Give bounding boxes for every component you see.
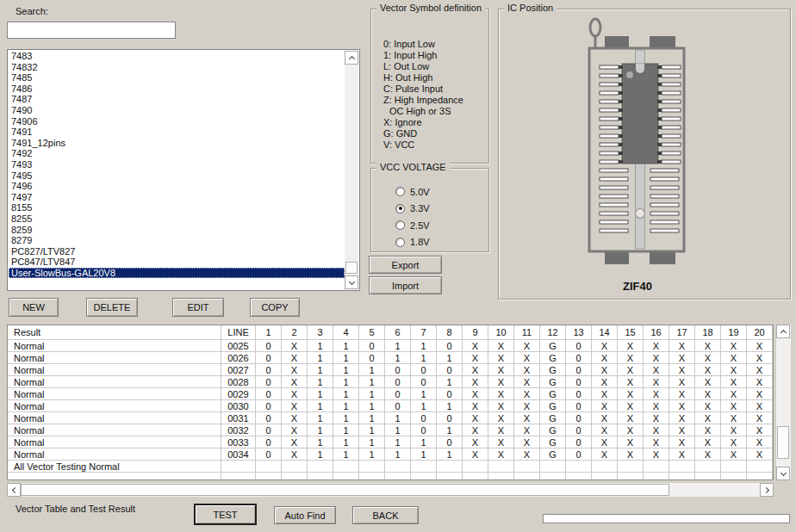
table-horizontal-scrollbar[interactable]: [7, 483, 774, 497]
list-item[interactable]: 74906: [9, 116, 345, 127]
cell-value: 1: [385, 436, 411, 448]
empty-cell: [282, 461, 308, 473]
cell-value: 1: [333, 388, 359, 400]
cell-value: X: [282, 352, 308, 364]
cell-value: X: [747, 388, 773, 400]
cell-value: X: [282, 340, 308, 352]
list-item[interactable]: 8259: [9, 225, 345, 236]
vcc-radio-option[interactable]: 2.5V: [395, 217, 430, 234]
list-item[interactable]: 8279: [9, 235, 345, 246]
list-item[interactable]: PC847/LTV847: [9, 257, 345, 268]
col-header-pin: 12: [540, 325, 566, 340]
cell-value: X: [669, 448, 695, 461]
cell-value: 1: [308, 400, 333, 412]
delete-button[interactable]: DELETE: [86, 298, 138, 317]
scroll-down-button[interactable]: [345, 275, 358, 289]
group-title: Vector Symbol definition: [376, 3, 485, 13]
scroll-up-button[interactable]: [345, 51, 358, 65]
vcc-radio-option[interactable]: 1.8V: [395, 234, 430, 251]
col-header-result: Result: [8, 325, 221, 340]
list-item[interactable]: 7493: [9, 159, 345, 170]
scroll-left-button[interactable]: [7, 483, 21, 497]
export-button[interactable]: Export: [369, 256, 442, 274]
col-header-pin: 11: [514, 325, 540, 340]
cell-result: Normal: [8, 376, 221, 388]
col-header-pin: 16: [644, 325, 669, 340]
cell-value: X: [514, 436, 540, 448]
list-item[interactable]: 74832: [9, 62, 345, 73]
cell-value: 1: [333, 424, 359, 436]
empty-cell: [488, 473, 514, 480]
scrollbar-thumb[interactable]: [345, 262, 358, 274]
cell-value: X: [644, 352, 669, 364]
list-item[interactable]: 7485: [9, 72, 345, 84]
search-input[interactable]: [7, 22, 176, 39]
list-item[interactable]: PC827/LTV827: [9, 246, 345, 257]
cell-value: 0: [566, 400, 592, 412]
vcc-radio-option[interactable]: 3.3V: [395, 201, 430, 218]
cell-value: X: [721, 412, 747, 424]
cell-line: 0026: [221, 352, 256, 364]
scrollbar-thumb[interactable]: [21, 484, 669, 496]
cell-value: X: [282, 364, 308, 376]
cell-value: X: [618, 448, 644, 461]
back-button[interactable]: BACK: [352, 506, 419, 524]
list-item[interactable]: 7495: [9, 170, 345, 182]
list-item[interactable]: 7491_12pins: [9, 138, 345, 149]
empty-cell: [359, 473, 385, 480]
copy-button[interactable]: COPY: [250, 298, 300, 317]
list-item[interactable]: 7496: [9, 181, 345, 192]
vector-table[interactable]: ResultLINE123456789101112131415161718192…: [7, 325, 774, 480]
cell-value: 1: [411, 352, 437, 364]
radio-label: 5.0V: [410, 187, 430, 197]
chevron-right-icon: [762, 486, 768, 492]
ic-list: 74837483274857486748774907490674917491_1…: [7, 49, 360, 291]
list-item[interactable]: 8155: [9, 202, 345, 213]
cell-value: X: [618, 436, 644, 448]
col-header-pin: 4: [333, 325, 359, 340]
cell-value: G: [540, 424, 566, 436]
list-item[interactable]: 7486: [9, 84, 345, 95]
symbol-legend-line: X: Ignore: [383, 117, 463, 128]
cell-value: X: [747, 436, 773, 448]
list-item[interactable]: User-SlowBus-GAL20V8: [9, 268, 345, 279]
auto-find-button[interactable]: Auto Find: [274, 506, 336, 524]
scroll-down-button[interactable]: [776, 467, 790, 480]
test-button[interactable]: TEST: [194, 504, 257, 525]
cell-value: X: [669, 352, 695, 364]
cell-value: 0: [437, 388, 463, 400]
new-button[interactable]: NEW: [9, 298, 59, 317]
cell-value: X: [721, 400, 747, 412]
cell-value: X: [747, 352, 773, 364]
empty-cell: [463, 461, 488, 473]
scroll-right-button[interactable]: [760, 483, 774, 497]
empty-cell: [721, 461, 747, 473]
empty-cell: [333, 473, 359, 480]
scrollbar-thumb[interactable]: [777, 426, 789, 459]
cell-value: X: [695, 424, 721, 436]
list-item[interactable]: 7487: [9, 94, 345, 105]
ic-list-scrollbar[interactable]: [345, 51, 358, 289]
edit-button[interactable]: EDIT: [172, 298, 224, 317]
list-item[interactable]: 7491: [9, 127, 345, 138]
scroll-up-button[interactable]: [776, 325, 790, 338]
cell-value: X: [282, 436, 308, 448]
cell-value: 1: [385, 340, 411, 352]
list-item[interactable]: 7490: [9, 105, 345, 116]
vcc-radio-option[interactable]: 5.0V: [395, 183, 430, 201]
list-item[interactable]: 7483: [9, 51, 345, 62]
cell-value: 0: [256, 412, 282, 424]
cell-value: 1: [333, 436, 359, 448]
list-item[interactable]: 7497: [9, 192, 345, 203]
list-item[interactable]: 8255: [9, 213, 345, 225]
cell-value: X: [488, 448, 514, 461]
cell-value: X: [695, 364, 721, 376]
cell-value: X: [747, 424, 773, 436]
cell-value: X: [592, 352, 618, 364]
cell-value: 1: [359, 448, 385, 461]
cell-value: X: [514, 424, 540, 436]
progress-bar: [543, 514, 790, 523]
import-button[interactable]: Import: [369, 276, 442, 294]
list-item[interactable]: 7492: [9, 148, 345, 159]
table-vertical-scrollbar[interactable]: [776, 325, 791, 480]
